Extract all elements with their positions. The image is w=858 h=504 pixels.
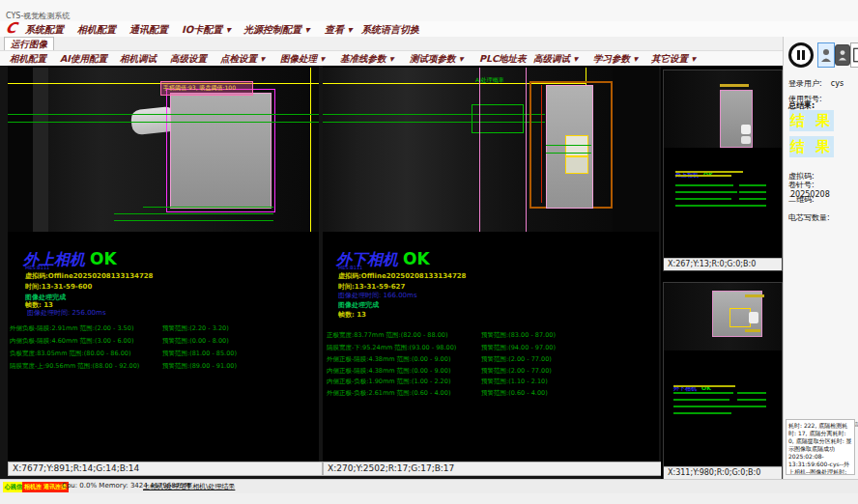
menu-item-comm-config[interactable]: 通讯配置 <box>129 23 168 37</box>
qr-label: 二维码: <box>788 194 815 205</box>
menu-item-camera-config[interactable]: 相机配置 <box>77 23 116 37</box>
exit-button[interactable] <box>850 42 858 68</box>
mini-text-line <box>675 191 737 193</box>
measure-warn: 预警范围:(2.00 - 77.00) <box>481 367 552 376</box>
left-measure-row-1: 外侧负极-隔膜:2.91mm 范围:(2.00 - 3.50) 预警范围:(2.… <box>8 324 319 334</box>
tool-spot-check[interactable]: 点检设置 ▾ <box>220 53 265 66</box>
measure-warn: 预警范围:(2.20 - 3.20) <box>162 324 229 333</box>
tool-learn-params[interactable]: 学习参数 ▾ <box>593 53 638 66</box>
measure-text: 内侧负极-隔膜:4.60mm 范围:(3.00 - 6.00) <box>10 337 133 346</box>
left-process-time: 图像处理时间: 256.00ms <box>27 308 106 318</box>
left-measure-row-4: 隔膜宽度-上:90.56mm 范围:(88.00 - 92.00) 预警范围:(… <box>8 362 319 372</box>
preview-pane-top[interactable]: 外上相机 OK X:267;Y:13;R:0;G:0;B:0 <box>663 70 783 271</box>
lower-camera-result-link[interactable]: 下相机\处理结果 <box>186 482 235 491</box>
tab-strip: 运行图像 <box>0 37 783 50</box>
right-camera-view[interactable]: AI处理概率 外下相机 OK MES:B111 虚拟码:Offline20250… <box>323 66 659 462</box>
tool-advanced-debug[interactable]: 高级调试 ▾ <box>533 53 578 66</box>
log-box[interactable]: 耗时: 222, 底隔检测耗时: 17, 底隔分离耗时: 0, 底隔提取分区耗时… <box>786 419 855 475</box>
left-camera-view[interactable]: 手柄阈值:93, 吸盘阈值:100 外上相机 OK MES:B111 虚拟码:O… <box>8 66 319 462</box>
log-text: 耗时: 222, 底隔检测耗时: 17, 底隔分离耗时: 0, 底隔提取分区耗时… <box>786 420 854 475</box>
tool-camera-debug[interactable]: 相机调试 <box>120 53 157 66</box>
left-result-ok: OK <box>90 249 117 268</box>
mini-text-line <box>739 184 766 186</box>
result-box-2: 结 果 <box>789 136 834 157</box>
guide-line-green-4 <box>546 153 591 154</box>
right-process-time: 图像处理时间: 166.00ms <box>338 291 417 300</box>
pink-guide-v2 <box>526 68 527 232</box>
right-result-ok: OK <box>403 249 430 268</box>
guide-line-green-3 <box>143 207 273 208</box>
preview-marker-yellow-2 <box>745 329 760 332</box>
pink-guide-v1 <box>479 68 480 232</box>
pause-button[interactable] <box>788 42 814 68</box>
left-coord-bar: X:7677;Y:891;R:14;G:14;B:14 <box>8 462 323 476</box>
left-mes: MES:B111 <box>25 265 49 270</box>
mini-text-line <box>739 198 766 200</box>
tool-other-settings[interactable]: 其它设置 ▾ <box>651 53 696 66</box>
preview-glow-2 <box>741 136 751 144</box>
menu-item-view[interactable]: 查看 ▾ <box>325 23 353 37</box>
measure-warn: 预警范围:(81.00 - 85.00) <box>162 350 237 358</box>
left-time: 时间:13-31-59-600 <box>25 282 92 292</box>
mini-text-line <box>673 406 737 407</box>
tool-test-params[interactable]: 测试项参数 ▾ <box>410 53 464 66</box>
app-logo: C <box>4 19 18 37</box>
mini-text-line <box>673 385 735 387</box>
yellow-marker-box-2 <box>565 156 588 174</box>
mini-text-line <box>675 184 733 186</box>
mini-text-line <box>737 406 766 407</box>
tool-advanced-settings[interactable]: 高级设置 <box>170 53 207 66</box>
tool-image-process[interactable]: 图像处理 ▾ <box>280 53 325 66</box>
menu-item-light-config[interactable]: 光源控制配置 ▾ <box>243 23 310 37</box>
left-measure-row-3: 负极宽度:83.05mm 范围:(80.00 - 86.00) 预警范围:(81… <box>8 350 319 359</box>
menu-item-language[interactable]: 系统语言切换 <box>361 23 419 37</box>
machine-column-light <box>33 68 48 232</box>
right-barcode: 虚拟码:Offline20250208133134728 <box>338 271 467 281</box>
result-box-1: 结 果 <box>789 110 834 131</box>
right-measure-row-4: 内侧正极-隔膜:4.38mm 范围:(0.00 - 9.00) 预警范围:(2.… <box>323 367 659 377</box>
mini-text-line <box>739 205 766 207</box>
threshold-overlay-label: 手柄阈值:93, 吸盘阈值:100 <box>161 82 252 95</box>
tool-ai-config[interactable]: AI使用配置 <box>60 53 107 66</box>
right-measure-row-1: 正极宽度:83.77mm 范围:(82.00 - 88.00) 预警范围:(83… <box>323 331 659 341</box>
measure-warn: 预警范围:(89.00 - 91.00) <box>162 362 237 371</box>
exit-door-icon <box>853 47 858 63</box>
mini-text-line <box>675 171 743 173</box>
measure-warn: 预警范围:(94.00 - 97.00) <box>481 344 556 352</box>
preview-glow-1 <box>749 312 758 323</box>
guide-line-green-5 <box>114 220 273 221</box>
preview-pane-bottom[interactable]: 外下相机 OK X:311;Y:980;R:0;G:0;B:0 <box>663 282 783 480</box>
tool-plc-table[interactable]: PLC地址表 <box>479 53 527 66</box>
threshold-overlay-box: 手柄阈值:93, 吸盘阈值:100 <box>160 81 253 96</box>
title-bar: CYS-视觉检测系统 <box>0 0 858 22</box>
right-measure-row-3: 外侧正极-隔膜:4.38mm 范围:(0.00 - 9.00) 预警范围:(2.… <box>323 355 659 365</box>
measure-warn: 预警范围:(1.10 - 2.10) <box>481 378 548 386</box>
preview-marker-yellow <box>720 84 749 87</box>
guide-line-green-2 <box>323 122 545 123</box>
preview-coord-bar: X:267;Y:13;R:0;G:0;B:0 <box>664 258 783 270</box>
machine-column-dark <box>8 68 33 232</box>
machine-column-dark <box>613 68 659 232</box>
tool-camera-config[interactable]: 相机配置 <box>10 53 46 66</box>
right-coord-bar: X:270;Y:2502;R:17;G:17;B:17 <box>323 462 663 476</box>
mini-text-line <box>673 392 733 394</box>
menu-bar: C 系统配置 相机配置 通讯配置 IO卡配置 ▾ 光源控制配置 ▾ 查看 ▾ 系… <box>0 21 858 37</box>
user-dark-button[interactable] <box>835 44 850 66</box>
status-bar: 心跳信号 相机连接 通讯连接 Cpu: 0.0% Memory: 3424.41… <box>0 479 858 493</box>
tool-baseline-params[interactable]: 基准线参数 ▾ <box>340 53 394 66</box>
pause-icon <box>802 50 805 60</box>
guide-line-yellow-v <box>310 68 311 232</box>
login-user-button[interactable] <box>817 42 835 68</box>
right-process-done: 图像处理完成 <box>338 300 379 310</box>
menu-item-io-config[interactable]: IO卡配置 ▾ <box>182 23 231 37</box>
measure-text: 外侧负极-隔膜:2.91mm 范围:(2.00 - 3.50) <box>10 324 133 333</box>
left-barcode: 虚拟码:Offline20250208133134728 <box>25 271 154 281</box>
measure-text: 外侧正极-隔膜:4.38mm 范围:(0.00 - 9.00) <box>327 355 450 364</box>
guide-line-green-3 <box>546 145 591 146</box>
measure-warn: 预警范围:(0.60 - 4.00) <box>481 389 548 398</box>
measure-text: 正极宽度:83.77mm 范围:(82.00 - 88.00) <box>327 331 447 340</box>
mini-text-line <box>675 205 739 207</box>
preview-yellow-box <box>729 308 751 327</box>
menu-item-system-config[interactable]: 系统配置 <box>25 23 64 37</box>
mini-text-line <box>675 198 731 200</box>
